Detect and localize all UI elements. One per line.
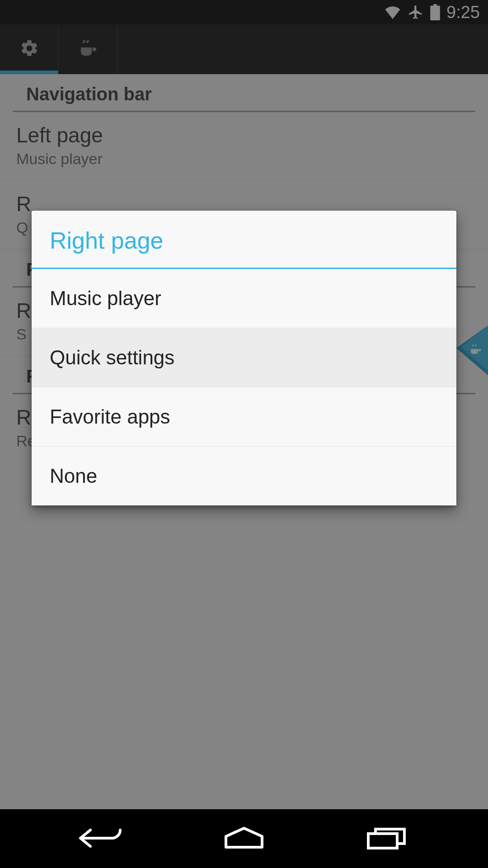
recents-button[interactable] [346, 823, 427, 854]
dialog-option-music-player[interactable]: Music player [32, 269, 456, 328]
dialog-option-none[interactable]: None [32, 447, 456, 505]
home-icon [221, 826, 267, 852]
back-button[interactable] [61, 823, 142, 854]
dialog-option-quick-settings[interactable]: Quick settings [32, 328, 456, 387]
dialog-right-page: Right page Music player Quick settings F… [32, 211, 456, 505]
system-nav-bar [0, 809, 488, 868]
home-button[interactable] [203, 823, 285, 854]
dialog-title: Right page [32, 211, 456, 269]
recents-icon [364, 826, 409, 852]
back-icon [77, 826, 127, 852]
dialog-option-favorite-apps[interactable]: Favorite apps [32, 387, 456, 447]
